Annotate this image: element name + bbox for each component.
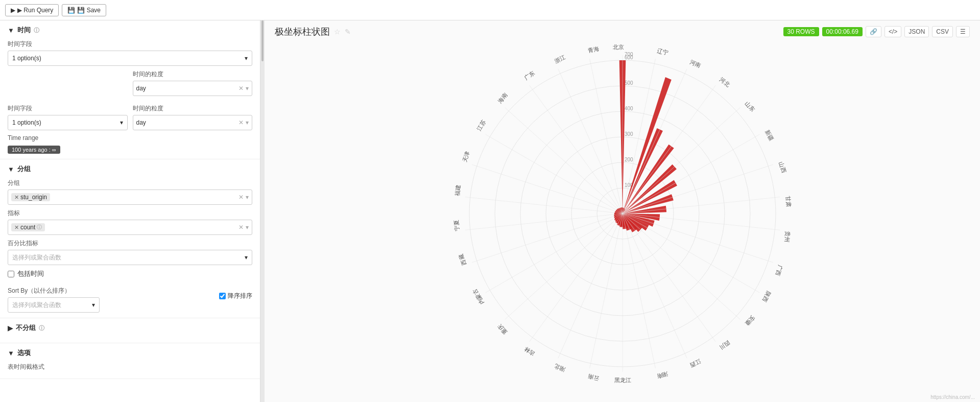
metric-clear-icon[interactable]: ✕ [238, 224, 244, 231]
svg-text:400: 400 [625, 106, 633, 111]
groupby-arrow-icon[interactable]: ▾ [246, 194, 249, 201]
svg-line-24 [623, 214, 715, 342]
label-jiangsu: 江苏 [475, 119, 486, 131]
label-hainan: 海南 [496, 91, 509, 104]
svg-line-36 [472, 164, 623, 214]
csv-icon-btn[interactable]: CSV [932, 26, 953, 37]
percent-select[interactable]: 选择列或聚合函数 ▾ [8, 250, 252, 265]
time-field-select2[interactable]: 1 option(s) ▾ [8, 115, 128, 130]
metric-x-icon[interactable]: ✕ [14, 224, 19, 231]
svg-line-21 [623, 214, 773, 263]
chart-area: 100 200 300 400 500 600 [265, 38, 980, 389]
tag-value: stu_origin [20, 194, 47, 201]
metric-info-icon: ⓘ [37, 224, 42, 231]
granularity-select[interactable]: day ✕ ▾ [133, 81, 253, 96]
svg-text:500: 500 [625, 80, 633, 86]
time-range-badge[interactable]: 100 years ago : ∞ [8, 146, 60, 154]
label-hubei: 湖北 [553, 363, 566, 373]
options-header[interactable]: ▼ 选项 [8, 348, 252, 358]
granularity-label2: 时间的粒度 [133, 104, 253, 113]
label-shandong: 山东 [744, 100, 756, 112]
no-group-header[interactable]: ▶ 不分组 ⓘ [8, 323, 252, 333]
svg-line-22 [623, 214, 759, 293]
group-section-label: 分组 [17, 164, 31, 174]
svg-line-33 [472, 214, 623, 263]
run-label: ▶ Run Query [17, 7, 53, 14]
tag-x-icon[interactable]: ✕ [14, 194, 19, 201]
label-innermongolia: 内蒙古 [471, 288, 485, 305]
granularity-select2[interactable]: day ✕ ▾ [133, 115, 253, 130]
link-icon-btn[interactable]: 🔗 [866, 26, 881, 37]
include-time-checkbox[interactable] [8, 271, 14, 277]
no-group-info-icon: ⓘ [39, 324, 44, 332]
percent-arrow-icon: ▾ [245, 254, 248, 261]
edit-icon[interactable]: ✎ [345, 28, 351, 36]
time-badge: 00:00:06.69 [822, 27, 863, 36]
group-section-header[interactable]: ▼ 分组 [8, 164, 252, 174]
svg-line-37 [485, 134, 622, 214]
time-field-label2: 时间字段 [8, 104, 128, 113]
groupby-input[interactable]: ✕ stu_origin ✕ ▾ [8, 190, 252, 205]
label-jilin: 吉林 [522, 345, 535, 357]
label-xinjiang: 新疆 [764, 129, 775, 141]
include-time-row: 包括时间 [8, 269, 252, 278]
time-field-select[interactable]: 1 option(s) ▾ [8, 51, 252, 66]
sort-row: Sort By（以什么排序） 选择列或聚合函数 ▾ 降序排序 [8, 282, 252, 313]
label-fujian: 福建 [453, 184, 461, 196]
label-guizhou: 贵州 [783, 230, 791, 242]
label-sichuan: 四川 [719, 339, 731, 350]
label-tibet: 西藏 [458, 253, 467, 266]
no-group-section: ▶ 不分组 ⓘ [0, 318, 260, 343]
svg-line-14 [623, 68, 687, 213]
run-icon: ▶ [11, 7, 15, 14]
code-icon-btn[interactable]: </> [885, 26, 901, 37]
svg-line-25 [623, 214, 687, 358]
clear-icon[interactable]: ✕ [238, 85, 244, 92]
label-hebei: 河北 [719, 76, 731, 88]
rose-chart: 100 200 300 400 500 600 [449, 40, 796, 387]
menu-icon-btn[interactable]: ☰ [956, 26, 970, 37]
top-toolbar: ▶ ▶ Run Query 💾 💾 Save [0, 0, 980, 20]
options-section: ▼ 选项 表时间截格式 [0, 343, 260, 379]
metric-input[interactable]: ✕ count ⓘ ✕ ▾ [8, 220, 252, 235]
desc-checkbox[interactable] [219, 293, 226, 299]
rows-badge: 30 ROWS [783, 27, 819, 36]
chart-title-text: 极坐标柱状图 [275, 26, 330, 38]
star-icon[interactable]: ☆ [334, 28, 341, 36]
arrow-icon[interactable]: ▾ [246, 85, 249, 92]
time-field-label: 时间字段 [8, 40, 252, 49]
datetime-label: 表时间截格式 [8, 363, 252, 371]
chart-toolbar: 30 ROWS 00:00:06.69 🔗 </> JSON CSV ☰ [783, 26, 970, 37]
scroll-thumb[interactable] [261, 20, 264, 61]
time-arrow-icon: ▼ [8, 27, 14, 34]
save-button[interactable]: 💾 💾 Save [62, 4, 106, 16]
run-query-button[interactable]: ▶ ▶ Run Query [5, 4, 59, 16]
label-gansu: 甘肃 [785, 196, 792, 207]
left-panel: ▼ 时间 ⓘ 时间字段 1 option(s) ▾ 时间的粒度 day ✕ [0, 20, 260, 402]
group-arrow-icon: ▼ [8, 165, 14, 173]
json-icon-btn[interactable]: JSON [904, 26, 929, 37]
svg-line-28 [589, 214, 622, 368]
sort-placeholder: 选择列或聚合函数 [12, 301, 61, 310]
svg-line-29 [558, 214, 622, 358]
label-guangdong: 广东 [522, 69, 535, 81]
groupby-clear-icon[interactable]: ✕ [238, 194, 244, 201]
label-zhejiang: 浙江 [553, 54, 566, 64]
svg-line-39 [529, 85, 622, 214]
main-content: ▼ 时间 ⓘ 时间字段 1 option(s) ▾ 时间的粒度 day ✕ [0, 20, 980, 402]
scroll-divider [260, 20, 265, 402]
sort-select[interactable]: 选择列或聚合函数 ▾ [8, 297, 100, 313]
sort-label: Sort By（以什么排序） [8, 287, 214, 295]
time-field-value2: 1 option(s) [12, 119, 41, 126]
metric-arrow-icon[interactable]: ▾ [246, 224, 249, 231]
time-section-header[interactable]: ▼ 时间 ⓘ [8, 26, 252, 35]
select-arrow2-icon: ▾ [120, 119, 123, 126]
percent-label: 百分比指标 [8, 239, 252, 248]
label-chongqing: 重庆 [496, 323, 509, 335]
metric-value: count [20, 224, 35, 231]
metric-label: 指标 [8, 209, 252, 218]
label-beijing: 北京 [613, 44, 624, 50]
svg-line-26 [623, 214, 655, 368]
clear2-icon[interactable]: ✕ [238, 119, 244, 126]
arrow2-icon[interactable]: ▾ [246, 119, 249, 126]
